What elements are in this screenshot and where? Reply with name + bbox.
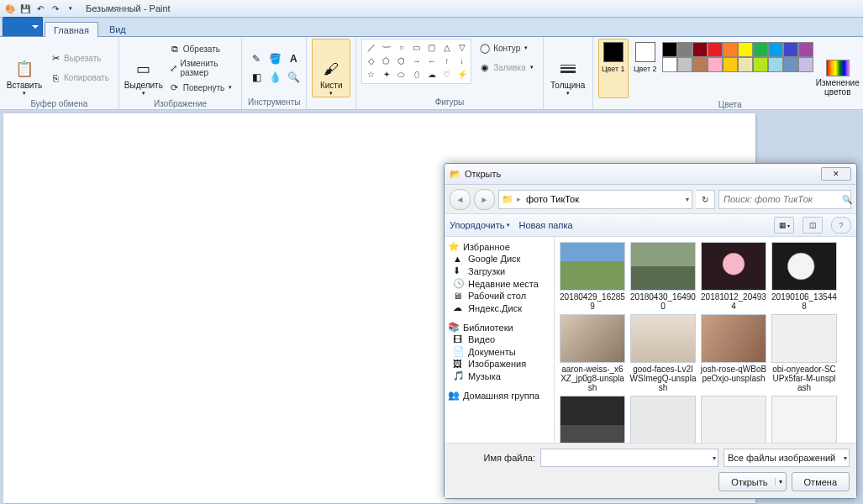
tree-downloads[interactable]: ⬇Загрузки [445, 265, 554, 277]
rotate-button[interactable]: ⟳Повернуть▾ [165, 78, 236, 97]
back-button[interactable]: ◄ [450, 189, 471, 210]
chevron-down-icon[interactable]: ▾ [686, 196, 689, 203]
shape-outline-button[interactable]: ◯Контур▾ [475, 39, 538, 57]
open-button[interactable]: Открыть▾ [718, 472, 786, 491]
tree-music[interactable]: 🎵Музыка [445, 370, 554, 382]
palette-swatch[interactable] [738, 57, 753, 72]
shape-fill-button[interactable]: ◉Заливка▾ [475, 58, 538, 76]
refresh-button[interactable]: ↻ [696, 190, 715, 209]
organize-button[interactable]: Упорядочить▾ [450, 220, 510, 230]
palette-swatch[interactable] [677, 42, 692, 57]
magnifier-tool[interactable]: 🔍 [284, 68, 303, 87]
tree-desktop[interactable]: 🖥Рабочий стол [445, 290, 554, 302]
file-item[interactable]: Screenshot_20210 [770, 396, 839, 443]
palette-swatch[interactable] [768, 57, 783, 72]
edit-colors-button[interactable]: Изменение цветов [813, 39, 862, 97]
palette-swatch[interactable] [753, 57, 768, 72]
filename-input[interactable] [545, 452, 714, 464]
tree-gdrive[interactable]: ▲Google Диск [445, 253, 554, 265]
close-button[interactable]: ✕ [821, 167, 851, 181]
file-item[interactable]: 20180429_162859 [558, 242, 627, 311]
palette-swatch[interactable] [783, 42, 798, 57]
palette-swatch[interactable] [783, 57, 798, 72]
tab-view[interactable]: Вид [100, 21, 135, 36]
search-box[interactable]: 🔍 [718, 190, 851, 209]
color-palette[interactable] [662, 39, 812, 98]
outline-icon: ◯ [479, 42, 491, 54]
undo-icon[interactable]: ↶ [34, 2, 47, 15]
palette-swatch[interactable] [708, 57, 723, 72]
eraser-tool[interactable]: ◧ [247, 68, 266, 87]
help-button[interactable]: ? [831, 217, 851, 234]
paste-button[interactable]: 📋 Вставить ▾ [5, 39, 44, 97]
cancel-button[interactable]: Отмена [792, 472, 850, 491]
tree-videos[interactable]: 🎞Видео [445, 333, 554, 345]
select-button[interactable]: ▭ Выделить ▾ [124, 39, 163, 97]
picker-tool[interactable]: 💧 [266, 68, 284, 87]
palette-swatch[interactable] [677, 57, 692, 72]
file-item[interactable]: obi-onyeador-SCUPx5far-M-unsplash [770, 314, 839, 392]
copy-button[interactable]: ⎘Копировать [45, 69, 113, 87]
tree-homegroup[interactable]: 👥Домашняя группа [445, 389, 554, 402]
palette-swatch[interactable] [738, 42, 753, 57]
file-item[interactable]: aaron-weiss-_x6XZ_jp0g8-unsplash [558, 314, 627, 392]
chevron-down-icon[interactable]: ▾ [713, 454, 716, 462]
file-item[interactable]: Screenshot_20210 [699, 396, 768, 443]
chevron-down-icon[interactable]: ▾ [844, 454, 847, 462]
tree-ydisk[interactable]: ☁Яндекс.Диск [445, 302, 554, 314]
tree-recent[interactable]: 🕓Недавние места [445, 277, 554, 290]
file-item[interactable]: 20190106_135448 [770, 242, 839, 311]
palette-swatch[interactable] [708, 42, 723, 57]
resize-button[interactable]: ⤢Изменить размер [165, 59, 236, 77]
redo-icon[interactable]: ↷ [49, 2, 62, 15]
palette-swatch[interactable] [692, 42, 708, 57]
tree-documents[interactable]: 📄Документы [445, 345, 554, 358]
search-input[interactable] [722, 193, 842, 205]
address-bar[interactable]: 📁 ▸ ▾ [498, 190, 692, 209]
filename-combo[interactable]: ▾ [540, 449, 718, 467]
palette-swatch[interactable] [662, 57, 677, 72]
file-list[interactable]: 20180429_16285920180430_16490020181012_2… [555, 237, 856, 443]
filter-combo[interactable]: Все файлы изображений▾ [724, 449, 850, 467]
size-button[interactable]: Толщина ▾ [549, 39, 587, 97]
file-item[interactable]: 20180430_164900 [629, 242, 697, 311]
palette-swatch[interactable] [723, 42, 738, 57]
preview-pane-button[interactable]: ◫ [802, 217, 823, 234]
brush-icon: 🖌 [321, 59, 341, 79]
palette-swatch[interactable] [692, 57, 708, 72]
view-button[interactable]: ▦▾ [774, 217, 794, 234]
fill-tool[interactable]: 🪣 [266, 50, 284, 68]
cut-button[interactable]: ✂Вырезать [45, 50, 113, 68]
palette-swatch[interactable] [798, 42, 813, 57]
palette-swatch[interactable] [723, 57, 738, 72]
tab-home[interactable]: Главная [45, 22, 98, 37]
pencil-tool[interactable]: ✎ [247, 50, 266, 68]
file-name: 20180430_164900 [629, 292, 697, 311]
file-item[interactable]: good-faces-Lv2IWSImegQ-unsplash [629, 314, 697, 392]
tree-favorites[interactable]: ⭐Избранное [445, 240, 554, 253]
color2-button[interactable]: Цвет 2 [630, 39, 660, 98]
text-tool[interactable]: A [284, 50, 303, 68]
forward-button[interactable]: ► [474, 189, 495, 210]
color1-button[interactable]: Цвет 1 [598, 39, 629, 98]
palette-swatch[interactable] [753, 42, 768, 57]
crop-button[interactable]: ⧉Обрезать [165, 39, 236, 58]
shapes-gallery[interactable]: ／〰○▭▢△▽ ◇⬠⬡→←↑↓ ☆✦⬭⬯☁♡⚡ [361, 39, 471, 84]
save-icon[interactable]: 💾 [18, 2, 32, 15]
palette-swatch[interactable] [798, 57, 813, 72]
nav-tree[interactable]: ⭐Избранное ▲Google Диск ⬇Загрузки 🕓Недав… [445, 237, 555, 443]
palette-swatch[interactable] [662, 42, 677, 57]
palette-swatch[interactable] [768, 42, 783, 57]
tree-pictures[interactable]: 🖼Изображения [445, 358, 554, 370]
qat-dropdown-icon[interactable]: ▾ [64, 2, 77, 15]
file-item[interactable]: josh-rose-qWBoBpeOxjo-unsplash [699, 314, 768, 392]
tree-libraries[interactable]: 📚Библиотеки [445, 321, 554, 333]
file-item[interactable]: olivier-bergeron- [558, 396, 627, 443]
file-item[interactable]: 20181012_204934 [699, 242, 768, 311]
file-item[interactable]: Screenshot_20210 [629, 396, 697, 443]
address-input[interactable] [524, 193, 682, 205]
new-folder-button[interactable]: Новая папка [518, 220, 572, 230]
file-tab[interactable] [3, 17, 43, 36]
brushes-button[interactable]: 🖌 Кисти ▾ [312, 39, 350, 97]
chevron-down-icon[interactable]: ▾ [775, 478, 782, 486]
